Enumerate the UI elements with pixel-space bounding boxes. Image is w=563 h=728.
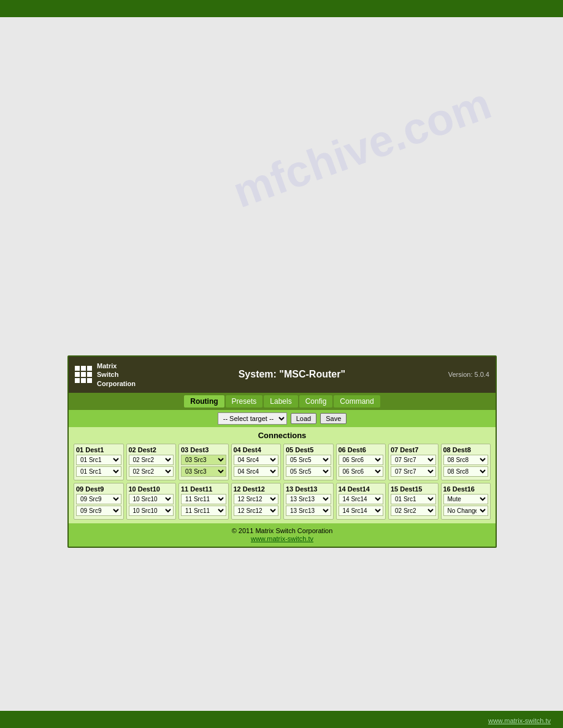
src-select2-16[interactable]: No Change bbox=[443, 506, 489, 516]
dest-cell-12: 12 Dest1212 Src1212 Src12 bbox=[231, 483, 282, 520]
src-select2-7[interactable]: 07 Src7 bbox=[391, 466, 436, 477]
save-button[interactable]: Save bbox=[320, 413, 347, 424]
src-select2-11[interactable]: 11 Src11 bbox=[181, 506, 226, 516]
tab-command[interactable]: Command bbox=[334, 395, 380, 408]
src-select1-7[interactable]: 07 Src7 bbox=[391, 455, 436, 465]
logo-cell bbox=[81, 366, 86, 371]
src-select1-3[interactable]: 03 Src3 bbox=[181, 455, 226, 465]
nav-bar: Routing Presets Labels Config Command bbox=[69, 393, 496, 410]
src-select2-5[interactable]: 05 Src5 bbox=[286, 466, 331, 477]
tab-presets[interactable]: Presets bbox=[226, 395, 263, 408]
bottom-bar: www.matrix-switch.tv bbox=[0, 711, 563, 728]
dest-cell-15: 15 Dest1501 Src102 Src2 bbox=[388, 483, 439, 520]
src-select2-6[interactable]: 06 Src6 bbox=[339, 466, 384, 477]
watermark: mfchive.com bbox=[226, 78, 497, 218]
dest-cell-7: 07 Dest707 Src707 Src7 bbox=[388, 444, 439, 480]
src-select2-2[interactable]: 02 Src2 bbox=[129, 466, 174, 477]
src-select1-15[interactable]: 01 Src1 bbox=[391, 494, 436, 504]
system-title: System: "MSC-Router" bbox=[136, 369, 448, 380]
dest-label-4: 04 Dest4 bbox=[234, 446, 279, 453]
src-select2-9[interactable]: 09 Src9 bbox=[76, 506, 121, 516]
logo-line3: Corporation bbox=[97, 379, 136, 388]
logo-area: Matrix Switch Corporation bbox=[75, 362, 136, 388]
dest-label-5: 05 Dest5 bbox=[286, 446, 331, 453]
dest-label-2: 02 Dest2 bbox=[129, 446, 174, 453]
src-select2-4[interactable]: 04 Src4 bbox=[234, 466, 279, 477]
src-select1-13[interactable]: 13 Src13 bbox=[286, 494, 331, 504]
toolbar: -- Select target -- Load Save bbox=[69, 410, 496, 427]
dest-label-10: 10 Dest10 bbox=[129, 485, 174, 493]
dest-cell-9: 09 Dest909 Src909 Src9 bbox=[74, 483, 124, 520]
dest-cell-11: 11 Dest1111 Src1111 Src11 bbox=[178, 483, 229, 520]
src-select2-12[interactable]: 12 Src12 bbox=[234, 506, 279, 516]
src-select1-1[interactable]: 01 Src1 bbox=[76, 455, 121, 465]
bottom-bar-link[interactable]: www.matrix-switch.tv bbox=[488, 717, 551, 724]
src-select1-16[interactable]: Mute bbox=[443, 494, 489, 504]
src-select2-13[interactable]: 13 Src13 bbox=[286, 506, 331, 516]
dest-cell-13: 13 Dest1313 Src1313 Src13 bbox=[283, 483, 334, 520]
logo-cell bbox=[87, 372, 92, 377]
src-select2-14[interactable]: 14 Src14 bbox=[339, 506, 384, 516]
tab-config[interactable]: Config bbox=[299, 395, 333, 408]
dest-label-1: 01 Dest1 bbox=[76, 446, 121, 453]
dest-label-8: 08 Dest8 bbox=[443, 446, 489, 453]
logo-cell bbox=[81, 372, 86, 377]
dest-label-14: 14 Dest14 bbox=[339, 485, 384, 493]
app-header: Matrix Switch Corporation System: "MSC-R… bbox=[69, 357, 496, 393]
dest-cell-3: 03 Dest303 Src303 Src3 bbox=[178, 444, 229, 480]
dest-cell-10: 10 Dest1010 Src1010 Src10 bbox=[126, 483, 177, 520]
version-text: Version: 5.0.4 bbox=[448, 371, 489, 378]
connections-title: Connections bbox=[74, 431, 491, 440]
src-select2-1[interactable]: 01 Src1 bbox=[76, 466, 121, 477]
logo-cell bbox=[75, 378, 80, 383]
src-select1-8[interactable]: 08 Src8 bbox=[443, 455, 489, 465]
dest-label-16: 16 Dest16 bbox=[443, 485, 489, 493]
top-bar bbox=[0, 0, 563, 17]
src-select1-11[interactable]: 11 Src11 bbox=[181, 494, 226, 504]
select-target[interactable]: -- Select target -- bbox=[218, 412, 287, 425]
dest-cell-6: 06 Dest606 Src606 Src6 bbox=[336, 444, 386, 480]
connections-section: Connections 01 Dest101 Src101 Src102 Des… bbox=[69, 427, 496, 523]
dest-label-12: 12 Dest12 bbox=[234, 485, 279, 493]
dest-cell-16: 16 Dest16MuteNo Change bbox=[441, 483, 491, 520]
src-select1-6[interactable]: 06 Src6 bbox=[339, 455, 384, 465]
src-select1-10[interactable]: 10 Src10 bbox=[129, 494, 174, 504]
src-select1-2[interactable]: 02 Src2 bbox=[129, 455, 174, 465]
src-select1-4[interactable]: 04 Src4 bbox=[234, 455, 279, 465]
src-select1-5[interactable]: 05 Src5 bbox=[286, 455, 331, 465]
connections-grid: 01 Dest101 Src101 Src102 Dest202 Src202 … bbox=[74, 444, 491, 520]
logo-cell bbox=[75, 372, 80, 377]
src-select2-10[interactable]: 10 Src10 bbox=[129, 506, 174, 516]
main-container: Matrix Switch Corporation System: "MSC-R… bbox=[67, 355, 497, 548]
dest-cell-8: 08 Dest808 Src808 Src8 bbox=[441, 444, 491, 480]
src-select1-14[interactable]: 14 Src14 bbox=[339, 494, 384, 504]
logo-cell bbox=[81, 378, 86, 383]
dest-label-6: 06 Dest6 bbox=[339, 446, 384, 453]
dest-cell-4: 04 Dest404 Src404 Src4 bbox=[231, 444, 282, 480]
dest-label-7: 07 Dest7 bbox=[391, 446, 436, 453]
dest-cell-14: 14 Dest1414 Src1414 Src14 bbox=[336, 483, 386, 520]
dest-label-9: 09 Dest9 bbox=[76, 485, 121, 493]
src-select1-9[interactable]: 09 Src9 bbox=[76, 494, 121, 504]
dest-cell-5: 05 Dest505 Src505 Src5 bbox=[283, 444, 334, 480]
dest-label-11: 11 Dest11 bbox=[181, 485, 226, 493]
dest-label-3: 03 Dest3 bbox=[181, 446, 226, 453]
src-select2-3[interactable]: 03 Src3 bbox=[181, 466, 226, 477]
footer: © 2011 Matrix Switch Corporation www.mat… bbox=[69, 523, 496, 547]
logo-line1: Matrix bbox=[97, 362, 136, 370]
logo-cell bbox=[75, 366, 80, 371]
src-select2-8[interactable]: 08 Src8 bbox=[443, 466, 489, 477]
src-select2-15[interactable]: 02 Src2 bbox=[391, 506, 436, 516]
dest-label-13: 13 Dest13 bbox=[286, 485, 331, 493]
src-select1-12[interactable]: 12 Src12 bbox=[234, 494, 279, 504]
footer-link[interactable]: www.matrix-switch.tv bbox=[251, 535, 313, 542]
logo-line2: Switch bbox=[97, 370, 136, 379]
dest-cell-1: 01 Dest101 Src101 Src1 bbox=[74, 444, 124, 480]
load-button[interactable]: Load bbox=[291, 413, 316, 424]
tab-routing[interactable]: Routing bbox=[184, 395, 224, 408]
tab-labels[interactable]: Labels bbox=[264, 395, 297, 408]
logo-cell bbox=[87, 378, 92, 383]
dest-label-15: 15 Dest15 bbox=[391, 485, 436, 493]
dest-cell-2: 02 Dest202 Src202 Src2 bbox=[126, 444, 177, 480]
logo-text: Matrix Switch Corporation bbox=[97, 362, 136, 388]
